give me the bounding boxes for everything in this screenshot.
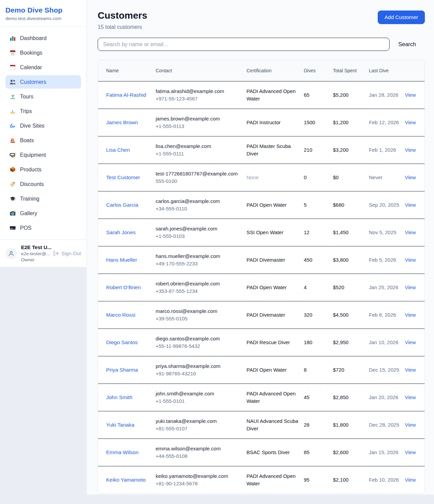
customer-name-link[interactable]: Fatima Al-Rashid	[106, 91, 146, 99]
table-row: Fatima Al-Rashidfatima.alrashid@example.…	[98, 81, 425, 109]
table-row: Priya Sharmapriya.sharma@example.com+91-…	[98, 356, 425, 384]
customer-total-spent: $520	[333, 274, 369, 301]
add-customer-button[interactable]: Add Customer	[378, 11, 425, 24]
sidebar-item-label: Customers	[20, 79, 46, 85]
customer-name-link[interactable]: Lisa Chen	[106, 146, 130, 154]
customer-phone: +1-555-0111	[156, 150, 241, 157]
sidebar-item-label: Trips	[20, 108, 32, 114]
sidebar-item-gallery[interactable]: Gallery	[5, 207, 81, 220]
customer-name-link[interactable]: Yuki Tanaka	[106, 421, 134, 429]
col-header-dives: Dives	[304, 60, 333, 81]
view-customer-link[interactable]: View	[405, 229, 416, 235]
avatar	[5, 248, 17, 259]
customer-total-spent: $2,600	[333, 438, 369, 466]
view-customer-link[interactable]: View	[405, 147, 416, 153]
view-customer-link[interactable]: View	[405, 449, 416, 455]
customer-name-link[interactable]: John Smith	[106, 393, 133, 402]
customer-last-dive: Never	[369, 164, 405, 191]
sidebar-item-label: POS	[20, 225, 32, 231]
customer-phone: +1-555-0101	[156, 397, 241, 405]
customer-name-link[interactable]: James Brown	[106, 118, 138, 127]
sidebar-item-label: Products	[20, 167, 41, 173]
customer-certification: BSAC Sports Diver	[246, 438, 304, 466]
sidebar-item-pos[interactable]: POS	[5, 221, 81, 235]
calendar-17-icon: 17	[9, 50, 16, 56]
customer-certification: PADI Open Water	[246, 274, 304, 301]
sidebar-item-bookings[interactable]: 17Bookings	[5, 46, 81, 59]
customer-name-link[interactable]: Sarah Jones	[106, 228, 136, 237]
customer-last-dive: Feb 10, 2026	[369, 466, 405, 493]
view-customer-link[interactable]: View	[405, 202, 416, 208]
shop-title: Demo Dive Shop	[5, 6, 81, 14]
sidebar-item-dashboard[interactable]: Dashboard	[5, 32, 81, 45]
customer-dives: 95	[304, 466, 333, 493]
customer-name-link[interactable]: Test Customer	[106, 173, 140, 182]
customer-dives: 320	[304, 301, 333, 329]
customer-last-dive: Jan 20, 2026	[369, 384, 405, 411]
search-input[interactable]	[98, 38, 390, 51]
view-customer-link[interactable]: View	[405, 312, 416, 318]
customer-last-dive: Jan 15, 2026	[369, 438, 405, 466]
sidebar-item-boats[interactable]: Boats	[5, 134, 81, 147]
sidebar-item-discounts[interactable]: Discounts	[5, 178, 81, 191]
sidebar-item-products[interactable]: Products	[5, 163, 81, 176]
sidebar-item-dive-sites[interactable]: Dive Sites	[5, 119, 81, 132]
view-customer-link[interactable]: View	[405, 257, 416, 263]
sidebar-item-tours[interactable]: Tours	[5, 90, 81, 103]
customer-name-link[interactable]: Hans Mueller	[106, 256, 137, 264]
table-body: Fatima Al-Rashidfatima.alrashid@example.…	[98, 81, 425, 493]
sidebar-item-calendar[interactable]: Calendar	[5, 61, 81, 74]
customer-name-link[interactable]: Keiko Yamamoto	[106, 476, 146, 484]
customer-phone: +44-555-0108	[156, 452, 241, 460]
customer-phone: +1-555-0103	[156, 232, 241, 240]
camera-icon	[9, 210, 16, 217]
search-button[interactable]: Search	[390, 41, 425, 48]
customer-phone: +91-98765-43210	[156, 370, 241, 377]
view-customer-link[interactable]: View	[405, 92, 416, 98]
customer-phone: +49-170-555-2233	[156, 260, 241, 267]
view-customer-link[interactable]: View	[405, 477, 416, 483]
sidebar-item-label: Boats	[20, 137, 34, 144]
customer-name-link[interactable]: Emma Wilson	[106, 448, 139, 456]
customer-total-spent: $3,200	[333, 136, 369, 164]
customer-phone: +34-555-0110	[156, 205, 241, 212]
view-customer-link[interactable]: View	[405, 284, 416, 290]
customer-name-link[interactable]: Marco Rossi	[106, 311, 135, 319]
customer-dives: 28	[304, 411, 333, 438]
credit-card-icon	[9, 225, 16, 231]
customer-total-spent: $720	[333, 356, 369, 384]
view-customer-link[interactable]: View	[405, 339, 416, 345]
customer-name-link[interactable]: Robert O'Brien	[106, 283, 141, 292]
sidebar: Demo Dive Shop demo.test.divestreams.com…	[0, 0, 87, 267]
col-header-certification: Certification	[246, 60, 304, 81]
sidebar-item-training[interactable]: Training	[5, 192, 81, 205]
sidebar-item-customers[interactable]: Customers	[5, 75, 81, 89]
customer-name-link[interactable]: Priya Sharma	[106, 366, 138, 374]
sailboat-icon	[9, 137, 16, 144]
view-customer-link[interactable]: View	[405, 422, 416, 428]
sidebar-item-equipment[interactable]: Equipment	[5, 148, 81, 162]
customer-dives: 45	[304, 384, 333, 411]
view-customer-link[interactable]: View	[405, 367, 416, 373]
customer-dives: 65	[304, 81, 333, 109]
view-customer-link[interactable]: View	[405, 119, 416, 125]
customer-name-link[interactable]: Diego Santos	[106, 338, 138, 347]
sign-out-icon	[53, 250, 59, 256]
customer-total-spent: $1,800	[333, 411, 369, 438]
col-header-last-dive: Last Dive	[369, 60, 405, 81]
customer-phone: +39-555-0105	[156, 315, 241, 322]
customer-name-link[interactable]: Carlos Garcia	[106, 201, 138, 209]
view-customer-link[interactable]: View	[405, 394, 416, 400]
customer-total-spent: $3,800	[333, 246, 369, 274]
sidebar-item-trips[interactable]: Trips	[5, 105, 81, 118]
customer-last-dive: Feb 8, 2026	[369, 301, 405, 329]
customer-total-spent: $1,450	[333, 219, 369, 246]
customer-total-spent: $2,100	[333, 466, 369, 493]
customer-certification: NAUI Advanced Scuba Diver	[246, 411, 304, 438]
customer-total-spent: $2,950	[333, 329, 369, 356]
view-customer-link[interactable]: View	[405, 174, 416, 180]
customer-last-dive: Feb 1, 2026	[369, 136, 405, 164]
speedboat-icon	[9, 108, 16, 114]
customer-email: sarah.jones@example.com	[156, 225, 241, 232]
sign-out-button[interactable]: Sign Out	[53, 250, 81, 256]
